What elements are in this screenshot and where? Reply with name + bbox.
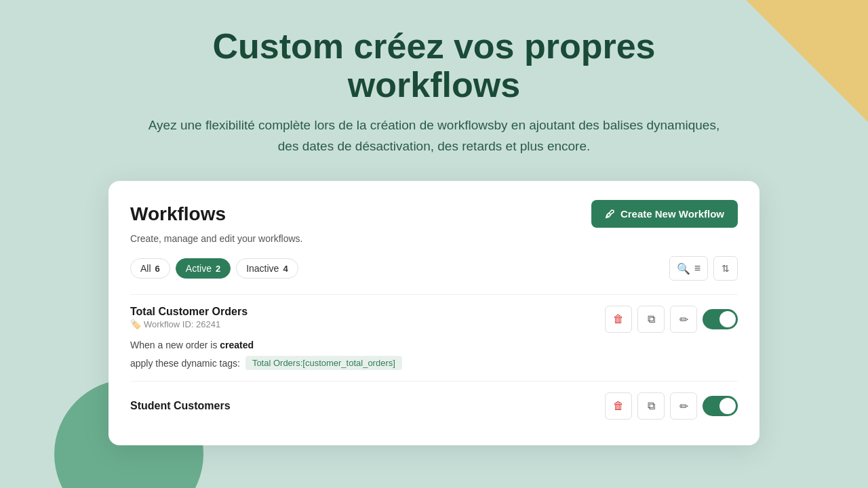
toggle-switch-1[interactable] (703, 309, 738, 329)
toggle-knob-2 (719, 398, 736, 414)
card-header: Workflows 🖊 Create New Workflow (130, 200, 738, 228)
tab-inactive[interactable]: Inactive 4 (236, 258, 298, 279)
sort-button[interactable]: ⇅ (713, 256, 738, 281)
workflow-item-1-id: 🏷️ Workflow ID: 26241 (130, 319, 248, 329)
copy-icon: ⧉ (648, 313, 655, 325)
page-title: Workflows (130, 203, 226, 225)
workflow-item-2-actions: 🗑 ⧉ ✏ (605, 392, 738, 420)
search-icon: 🔍 (677, 262, 690, 275)
workflow-tags-row-1: apply these dynamic tags: Total Orders:[… (130, 356, 738, 370)
filter-tabs: All 6 Active 2 Inactive 4 (130, 258, 298, 279)
tab-all-count: 6 (155, 264, 160, 274)
tab-all-label: All (140, 263, 151, 274)
search-filter-button[interactable]: 🔍 ≡ (669, 256, 708, 281)
filter-actions: 🔍 ≡ ⇅ (669, 256, 738, 281)
copy-button-2[interactable]: ⧉ (637, 392, 665, 420)
tab-active-count: 2 (216, 264, 220, 274)
toggle-switch-2[interactable] (703, 396, 738, 416)
tab-all[interactable]: All 6 (130, 258, 170, 279)
tab-active-label: Active (186, 263, 212, 274)
delete-button-1[interactable]: 🗑 (605, 306, 632, 333)
pencil-icon: 🖊 (605, 208, 615, 220)
workflow-id-text: Workflow ID: 26241 (144, 319, 220, 329)
create-workflow-button[interactable]: 🖊 Create New Workflow (591, 200, 738, 228)
edit-button-2[interactable]: ✏ (670, 392, 697, 420)
workflow-item-1-actions: 🗑 ⧉ ✏ (605, 306, 738, 333)
tab-active[interactable]: Active 2 (176, 258, 231, 279)
copy-icon-2: ⧉ (648, 400, 655, 412)
workflow-item-1-info: Total Customer Orders 🏷️ Workflow ID: 26… (130, 306, 248, 329)
tags-prefix: apply these dynamic tags: (130, 358, 240, 369)
tab-inactive-count: 4 (283, 264, 288, 274)
edit-button-1[interactable]: ✏ (670, 306, 697, 333)
filter-icon: ≡ (694, 262, 701, 274)
tab-inactive-label: Inactive (246, 263, 279, 274)
trash-icon: 🗑 (613, 313, 624, 325)
tag-icon: 🏷️ (130, 319, 141, 329)
workflow-item-1-header: Total Customer Orders 🏷️ Workflow ID: 26… (130, 306, 738, 333)
workflow-condition-1: When a new order is created (130, 340, 738, 350)
edit-icon: ✏ (679, 313, 688, 326)
workflow-item-1: Total Customer Orders 🏷️ Workflow ID: 26… (130, 294, 738, 381)
workflows-card: Workflows 🖊 Create New Workflow Create, … (108, 181, 760, 445)
workflow-item-2: Student Customers 🗑 ⧉ ✏ (130, 381, 738, 420)
filter-row: All 6 Active 2 Inactive 4 🔍 ≡ (130, 256, 738, 281)
tag-badge-1: Total Orders:[customer_total_orders] (245, 356, 402, 370)
workflow-item-2-name: Student Customers (130, 400, 231, 412)
hero-title: Custom créez vos propres workflows (129, 27, 739, 104)
trash-icon-2: 🗑 (613, 400, 624, 412)
copy-button-1[interactable]: ⧉ (637, 306, 665, 333)
hero-subtitle: Ayez une flexibilité complète lors de la… (142, 115, 726, 157)
sort-icon: ⇅ (722, 263, 730, 274)
toggle-knob-1 (719, 311, 736, 327)
workflow-item-1-name: Total Customer Orders (130, 306, 248, 318)
delete-button-2[interactable]: 🗑 (605, 392, 632, 420)
card-description: Create, manage and edit your workflows. (130, 233, 738, 244)
edit-icon-2: ✏ (679, 400, 688, 413)
